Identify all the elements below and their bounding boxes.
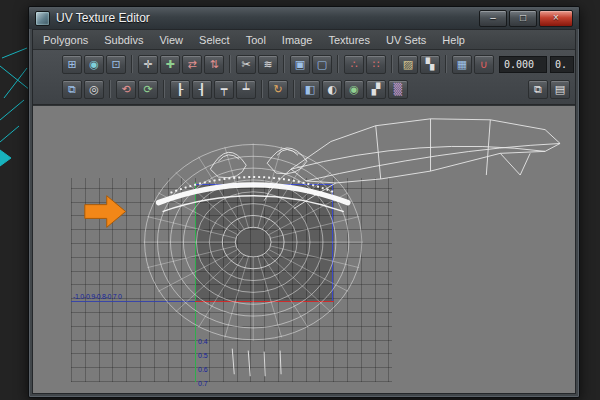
- toolbar-row-1: ⊞◉⊡✛✚⇄⇅✂≋▣▢∴∷▨▚▦∪ 0.000 0.: [61, 52, 571, 76]
- toggle-texture-image-icon[interactable]: ▨: [398, 55, 418, 74]
- isolate-select-icon[interactable]: ◉: [344, 80, 364, 99]
- menu-item-subdivs[interactable]: Subdivs: [96, 32, 151, 48]
- toolbar-separator: [109, 80, 111, 98]
- uv-lattice-tool-icon[interactable]: ⊞: [62, 55, 82, 74]
- copy-uvs-icon[interactable]: ⧉: [528, 80, 548, 99]
- menubar: PolygonsSubdivsViewSelectToolImageTextur…: [33, 30, 575, 50]
- uv-viewport-canvas[interactable]: -1.0-0.9-0.8-0.7 0 0.40.50.60.7: [33, 105, 575, 393]
- window-controls: –□×: [479, 10, 573, 27]
- rotate-uvs-icon[interactable]: ✚: [160, 55, 180, 74]
- distortion-display-icon[interactable]: ▒: [388, 80, 408, 99]
- view-grid-icon[interactable]: ▦: [452, 55, 472, 74]
- menu-item-textures[interactable]: Textures: [320, 32, 378, 48]
- uv-texture-editor-window: UV Texture Editor –□× PolygonsSubdivsVie…: [28, 6, 580, 398]
- align-v-bottom-icon[interactable]: ┷: [236, 80, 256, 99]
- minimize-button[interactable]: –: [479, 10, 507, 27]
- toolbar-separator: [391, 55, 393, 73]
- toolbar-copy-paste-group: ⧉▤: [527, 80, 571, 99]
- window-title: UV Texture Editor: [56, 11, 150, 25]
- checker-display-icon[interactable]: ▞: [366, 80, 386, 99]
- window-client-area: PolygonsSubdivsViewSelectToolImageTextur…: [32, 29, 576, 394]
- snap-uvs-icon[interactable]: ∷: [366, 55, 386, 74]
- close-button[interactable]: ×: [539, 10, 573, 27]
- menu-item-image[interactable]: Image: [274, 32, 321, 48]
- titlebar[interactable]: UV Texture Editor –□×: [29, 7, 579, 29]
- menu-item-help[interactable]: Help: [434, 32, 473, 48]
- maximize-button[interactable]: □: [509, 10, 537, 27]
- flip-u-icon[interactable]: ⇄: [182, 55, 202, 74]
- toolbar-separator: [337, 55, 339, 73]
- move-uv-shell-tool-icon[interactable]: ◉: [84, 55, 104, 74]
- rotate-cw-icon[interactable]: ⟳: [138, 80, 158, 99]
- toolbar: ⊞◉⊡✛✚⇄⇅✂≋▣▢∴∷▨▚▦∪ 0.000 0. ⧉◎⟲⟳┠┨┯┷↻◧◐◉▞…: [33, 50, 575, 105]
- uv-value-field[interactable]: 0.000: [499, 56, 547, 73]
- toolbar-separator: [445, 55, 447, 73]
- toolbar-separator: [131, 55, 133, 73]
- uv-lattice-icon[interactable]: ⧉: [62, 80, 82, 99]
- menu-item-view[interactable]: View: [151, 32, 191, 48]
- align-v-top-icon[interactable]: ┯: [214, 80, 234, 99]
- menu-item-tool[interactable]: Tool: [238, 32, 274, 48]
- move-uvs-icon[interactable]: ✛: [138, 55, 158, 74]
- menu-item-uv-sets[interactable]: UV Sets: [378, 32, 434, 48]
- uv-smudge-tool-icon[interactable]: ⊡: [106, 55, 126, 74]
- layout-uvs-icon[interactable]: ▣: [290, 55, 310, 74]
- sew-uvs-icon[interactable]: ≋: [258, 55, 278, 74]
- cut-uvs-icon[interactable]: ✂: [236, 55, 256, 74]
- app-icon: [35, 11, 50, 26]
- annotation-arrow-icon: [85, 196, 126, 228]
- uv-shell-static-lines: [210, 119, 560, 376]
- toolbar-row-1-icons: ⊞◉⊡✛✚⇄⇅✂≋▣▢∴∷▨▚▦∪: [61, 55, 495, 74]
- unfold-uvs-icon[interactable]: ▢: [312, 55, 332, 74]
- toolbar-separator: [163, 80, 165, 98]
- menu-item-select[interactable]: Select: [191, 32, 238, 48]
- uv-wireframe-svg: [33, 106, 575, 393]
- menu-item-polygons[interactable]: Polygons: [35, 32, 96, 48]
- toolbar-row-2: ⧉◎⟲⟳┠┨┯┷↻◧◐◉▞▒ ⧉▤: [61, 77, 571, 101]
- select-edge-loop-icon[interactable]: ◎: [84, 80, 104, 99]
- toolbar-row-2-icons: ⧉◎⟲⟳┠┨┯┷↻◧◐◉▞▒: [61, 80, 409, 99]
- toolbar-separator: [293, 80, 295, 98]
- align-u-max-icon[interactable]: ┨: [192, 80, 212, 99]
- align-u-min-icon[interactable]: ┠: [170, 80, 190, 99]
- align-uvs-icon[interactable]: ∴: [344, 55, 364, 74]
- cycle-uvs-icon[interactable]: ↻: [268, 80, 288, 99]
- flip-v-icon[interactable]: ⇅: [204, 55, 224, 74]
- uv-value-field-2[interactable]: 0.: [550, 56, 574, 73]
- toolbar-separator: [261, 80, 263, 98]
- overlap-display-icon[interactable]: ◧: [300, 80, 320, 99]
- ramp-shader-icon[interactable]: ◐: [322, 80, 342, 99]
- toolbar-separator: [229, 55, 231, 73]
- paste-uvs-icon[interactable]: ▤: [550, 80, 570, 99]
- checker-tile-icon[interactable]: ▚: [420, 55, 440, 74]
- rotate-ccw-icon[interactable]: ⟲: [116, 80, 136, 99]
- pixel-snap-icon[interactable]: ∪: [474, 55, 494, 74]
- toolbar-separator: [283, 55, 285, 73]
